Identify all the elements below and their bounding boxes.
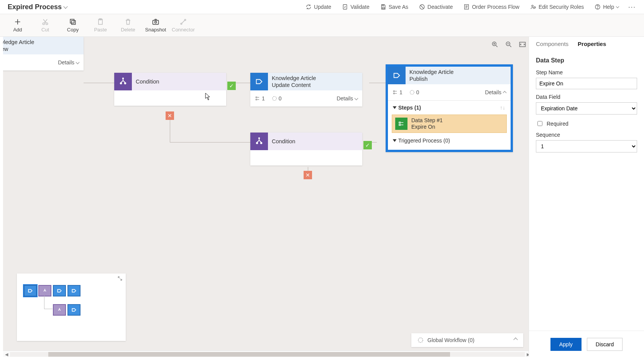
condition-icon [250, 133, 268, 150]
top-bar: Expired Process Update Validate Save As … [0, 0, 644, 14]
condition-node-1[interactable]: Condition [114, 73, 226, 106]
mouse-cursor-icon [205, 93, 210, 100]
add-button[interactable]: Add [4, 14, 31, 36]
reorder-arrows-icon[interactable]: ↑↓ [500, 105, 505, 111]
minimap-node[interactable] [24, 285, 37, 296]
svg-rect-32 [393, 91, 394, 92]
connector-button: Connector [169, 14, 197, 36]
global-workflow-toggle[interactable]: Global Workflow (0) [411, 333, 523, 347]
triangle-icon [393, 139, 397, 142]
tab-properties[interactable]: Properties [578, 41, 606, 50]
svg-rect-2 [382, 5, 384, 6]
svg-point-16 [155, 21, 157, 23]
stage-node-update[interactable]: Knowledge Article Update Content 1 0 [250, 73, 362, 106]
delete-button: Delete [114, 14, 142, 36]
more-button[interactable]: ⋯ [624, 2, 640, 11]
data-field-select[interactable]: Expiration Date [536, 102, 637, 115]
minimap-node[interactable] [53, 304, 66, 316]
step-name-input[interactable] [536, 78, 637, 89]
connector-line [84, 83, 114, 83]
svg-rect-12 [70, 19, 74, 23]
help-button[interactable]: Help [589, 0, 624, 14]
svg-point-18 [184, 19, 186, 20]
minimap-node[interactable] [67, 285, 80, 296]
connector-line [170, 142, 250, 142]
details-toggle[interactable]: Details [58, 59, 79, 66]
data-step-row[interactable]: Data Step #1 Expire On [392, 115, 507, 133]
sequence-select[interactable]: 1 [536, 140, 637, 152]
data-step-icon [395, 118, 407, 130]
validate-button[interactable]: Validate [337, 0, 375, 14]
svg-point-6 [534, 7, 536, 8]
panel-heading: Data Step [536, 57, 637, 64]
minimap-node[interactable] [53, 285, 66, 296]
svg-rect-1 [382, 7, 384, 8]
scrollbar-thumb[interactable] [48, 352, 450, 357]
details-toggle[interactable]: Details [337, 95, 358, 102]
paste-button: Paste [87, 14, 114, 36]
action-bar: Add Cut Copy Paste Delete Snapshot Conne… [0, 14, 644, 37]
save-as-button[interactable]: Save As [375, 0, 414, 14]
minimap-node[interactable] [38, 285, 51, 296]
svg-point-29 [259, 138, 260, 139]
svg-rect-26 [256, 97, 257, 98]
chevron-up-icon [513, 337, 518, 342]
svg-point-5 [532, 5, 533, 7]
details-toggle[interactable]: Details [485, 89, 506, 95]
svg-point-8 [598, 8, 598, 8]
stage-node-publish[interactable]: Knowledge Article Publish 1 0 Detail [386, 64, 513, 152]
chevron-down-icon [63, 4, 67, 8]
triangle-icon [393, 106, 397, 109]
svg-point-30 [256, 142, 258, 144]
stage-icon [250, 73, 268, 90]
tab-components[interactable]: Components [536, 41, 568, 50]
svg-rect-36 [399, 124, 401, 126]
zoom-out-icon[interactable] [505, 41, 513, 49]
stage-icon [388, 67, 406, 84]
svg-rect-15 [153, 20, 159, 25]
duration-count: 0 [409, 89, 419, 95]
steps-count: 1 [255, 95, 265, 102]
duration-count: 0 [272, 95, 282, 102]
canvas[interactable]: Knowledge Article Review 0 Details [3, 37, 532, 357]
condition-true-icon: ✓ [363, 141, 372, 149]
condition-false-icon: ✕ [304, 171, 312, 179]
cut-button: Cut [31, 14, 59, 36]
update-button[interactable]: Update [300, 0, 337, 14]
minimap-node[interactable] [67, 304, 80, 316]
minimap[interactable] [17, 273, 126, 341]
edit-security-roles-button[interactable]: Edit Security Roles [525, 0, 589, 14]
apply-button[interactable]: Apply [550, 338, 582, 351]
svg-point-28 [273, 97, 277, 101]
deactivate-button[interactable]: Deactivate [414, 0, 458, 14]
snapshot-button[interactable]: Snapshot [142, 14, 169, 36]
svg-point-17 [181, 23, 182, 24]
svg-rect-27 [256, 99, 257, 100]
svg-rect-35 [399, 122, 401, 123]
svg-point-25 [125, 83, 126, 84]
details-panel: Steps (1) ↑↓ Data Step #1 Expire On Trig… [388, 100, 511, 150]
condition-node-2[interactable]: Condition [250, 133, 362, 165]
svg-point-34 [410, 90, 414, 95]
fit-screen-icon[interactable] [519, 41, 526, 49]
required-checkbox[interactable]: Required [536, 120, 637, 127]
stage-node-review[interactable]: Knowledge Article Review 0 Details [3, 37, 84, 70]
horizontal-scrollbar[interactable]: ◀ ▶ [3, 350, 532, 357]
condition-icon [114, 73, 132, 90]
svg-point-31 [261, 142, 262, 144]
svg-point-24 [120, 83, 122, 84]
properties-panel: Components Properties Data Step Step Nam… [529, 37, 644, 357]
page-title[interactable]: Expired Process [8, 3, 67, 11]
scroll-left-icon[interactable]: ◀ [3, 352, 10, 357]
discard-button[interactable]: Discard [587, 338, 623, 351]
zoom-in-icon[interactable] [491, 41, 499, 49]
page-title-text: Expired Process [8, 3, 62, 11]
step-name-label: Step Name [536, 69, 637, 75]
condition-true-icon: ✓ [227, 82, 236, 90]
copy-button[interactable]: Copy [59, 14, 87, 36]
order-process-flow-button[interactable]: Order Process Flow [458, 0, 525, 14]
chevron-down-icon [616, 5, 619, 8]
canvas-tools [491, 41, 526, 49]
expand-icon[interactable] [117, 276, 123, 282]
svg-point-37 [418, 338, 423, 342]
